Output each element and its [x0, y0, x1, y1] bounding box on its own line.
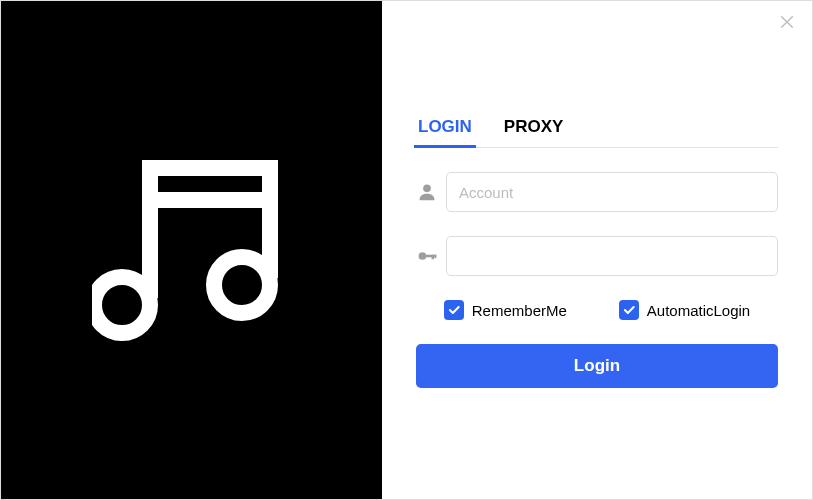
automatic-login-checkbox[interactable]: AutomaticLogin	[619, 300, 750, 320]
music-note-icon	[92, 148, 292, 353]
svg-point-2	[94, 277, 150, 333]
account-row	[416, 172, 778, 212]
tab-proxy[interactable]: PROXY	[502, 111, 566, 147]
tab-login[interactable]: LOGIN	[416, 111, 474, 147]
svg-rect-7	[432, 255, 434, 260]
form-panel: LOGIN PROXY	[382, 1, 812, 499]
close-button[interactable]	[776, 13, 798, 35]
brand-panel	[1, 1, 382, 499]
checkbox-row: RememberMe AutomaticLogin	[416, 300, 778, 320]
svg-point-3	[214, 257, 270, 313]
close-icon	[779, 14, 795, 34]
checkbox-checked-icon	[444, 300, 464, 320]
tabs: LOGIN PROXY	[416, 111, 778, 148]
login-button[interactable]: Login	[416, 344, 778, 388]
person-icon	[416, 181, 446, 203]
password-row	[416, 236, 778, 276]
svg-rect-8	[435, 255, 437, 258]
login-form: RememberMe AutomaticLogin Login	[416, 172, 778, 388]
account-input[interactable]	[446, 172, 778, 212]
automatic-login-label: AutomaticLogin	[647, 302, 750, 319]
remember-me-checkbox[interactable]: RememberMe	[444, 300, 567, 320]
remember-me-label: RememberMe	[472, 302, 567, 319]
svg-point-5	[419, 252, 427, 260]
password-input[interactable]	[446, 236, 778, 276]
svg-rect-6	[425, 255, 436, 258]
svg-point-4	[423, 184, 431, 192]
login-window: LOGIN PROXY	[0, 0, 813, 500]
key-icon	[416, 245, 446, 267]
checkbox-checked-icon	[619, 300, 639, 320]
